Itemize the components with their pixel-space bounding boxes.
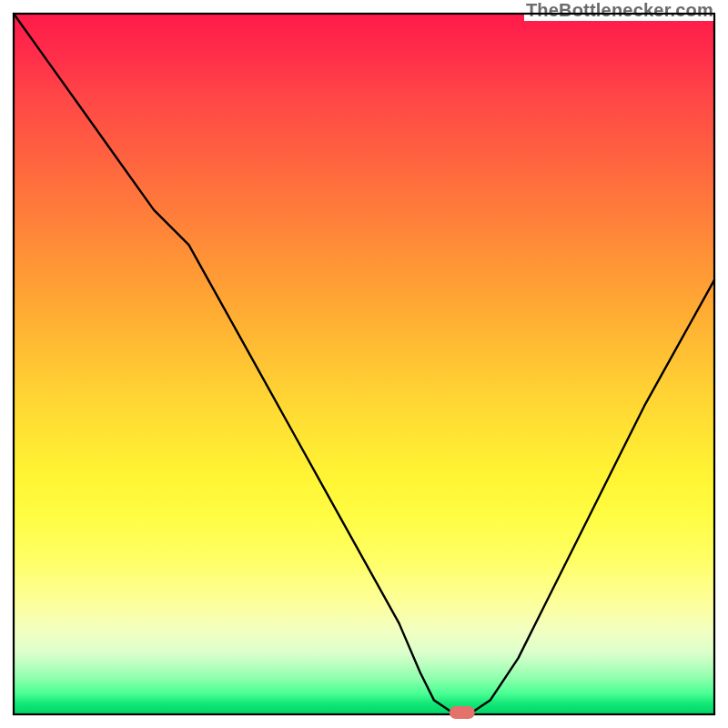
bottleneck-curve [14, 14, 714, 714]
optimal-point-marker [450, 706, 475, 719]
chart-overlay [0, 0, 728, 728]
plot-frame [14, 14, 714, 714]
bottleneck-chart: TheBottlenecker.com [0, 0, 728, 728]
